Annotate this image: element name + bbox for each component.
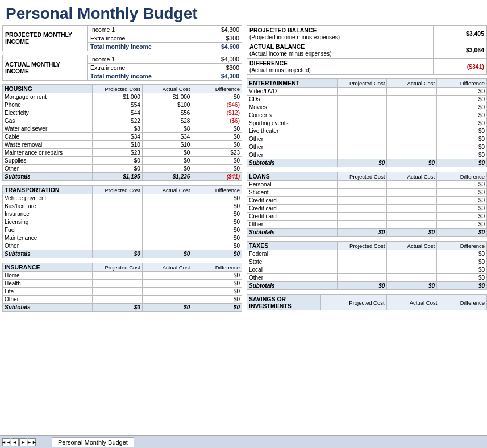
entertainment-section: ENTERTAINMENT Projected Cost Actual Cost… <box>247 78 487 167</box>
projected-col-header: Projected Cost <box>337 79 387 88</box>
income-row: Extra income $300 <box>88 64 242 72</box>
diff-col-header: Difference <box>192 263 242 272</box>
actual-col-header: Actual Cost <box>387 172 437 181</box>
insurance-table: INSURANCE Projected Cost Actual Cost Dif… <box>2 263 242 312</box>
item-label: Other <box>247 274 338 282</box>
item-label: Local <box>247 266 338 274</box>
item-label: Other <box>247 135 338 143</box>
item-label: Credit card <box>247 205 338 213</box>
item-label: Other <box>247 143 338 151</box>
nav-prev-button[interactable]: ◄ <box>11 438 19 446</box>
left-panel: PROJECTED MONTHLY INCOME Income 1 $4,300… <box>0 25 244 314</box>
entertainment-header: ENTERTAINMENT Projected Cost Actual Cost… <box>247 79 487 88</box>
income-row-value: $300 <box>202 64 242 72</box>
loans-table: LOANS Projected Cost Actual Cost Differe… <box>247 172 487 237</box>
table-row: Other$0$0$0 <box>3 165 242 173</box>
nav-first-button[interactable]: ◄◄ <box>2 438 10 446</box>
table-row: Local$0 <box>247 266 487 274</box>
table-row: Live theater$0 <box>247 127 487 135</box>
item-label: Video/DVD <box>247 88 338 96</box>
income-row: Extra income $300 <box>88 34 242 43</box>
housing-title: HOUSING <box>3 85 93 93</box>
sheet-tab[interactable]: Personal Monthly Budget <box>52 437 134 447</box>
item-label: Other <box>247 221 338 229</box>
transportation-header: TRANSPORTATION Projected Cost Actual Cos… <box>3 186 242 194</box>
actual-balance-value: $3,064 <box>434 42 487 59</box>
item-label: Waste removal <box>3 141 93 149</box>
projected-col-header: Projected Cost <box>93 186 143 194</box>
main-content: PROJECTED MONTHLY INCOME Income 1 $4,300… <box>0 25 487 314</box>
item-label: Movies <box>247 103 338 111</box>
table-row: Bus/taxi fare$0 <box>3 202 242 210</box>
table-row: Movies$0 <box>247 103 487 111</box>
table-row: CDs$0 <box>247 96 487 103</box>
taxes-header: TAXES Projected Cost Actual Cost Differe… <box>247 242 487 250</box>
income-row-name: Extra income <box>88 64 202 72</box>
page: Personal Monthly Budget PROJECTED MONTHL… <box>0 0 487 448</box>
item-label: Sporting events <box>247 119 338 127</box>
diff-col-header: Difference <box>192 85 242 93</box>
projected-balance-label: PROJECTED BALANCE (Projected income minu… <box>247 26 434 42</box>
transportation-title: TRANSPORTATION <box>3 186 93 194</box>
item-label: Water and sewer <box>3 125 93 133</box>
subtotal-label: Subtotals <box>3 173 93 181</box>
item-label: Licensing <box>3 218 93 226</box>
subtotal-row: Subtotals$0$0$0 <box>247 159 487 167</box>
table-row: Phone$54$100($46) <box>3 101 242 109</box>
table-row: Health$0 <box>3 280 242 288</box>
projected-income-label: PROJECTED MONTHLY INCOME <box>2 25 88 51</box>
housing-section: HOUSING Projected Cost Actual Cost Diffe… <box>2 84 242 181</box>
projected-col-header: Projected Cost <box>93 85 143 93</box>
item-label: Maintenance or repairs <box>3 149 93 157</box>
table-row: Other$0 <box>3 296 242 304</box>
nav-arrows: ◄◄ ◄ ► ►► <box>0 438 38 446</box>
table-row: State$0 <box>247 258 487 266</box>
item-label: Life <box>3 288 93 296</box>
difference-label: DIFFERENCE (Actual minus projected) <box>247 59 434 75</box>
table-row: Personal$0 <box>247 181 487 189</box>
balance-table: PROJECTED BALANCE (Projected income minu… <box>247 25 487 75</box>
subtotal-label: Subtotals <box>247 282 338 290</box>
income-row-value: $300 <box>202 34 242 43</box>
item-label: CDs <box>247 96 338 103</box>
actual-income-section: ACTUAL MONTHLY INCOME Income 1 $4,000 Ex… <box>2 55 242 81</box>
table-row: Other$0 <box>247 143 487 151</box>
table-row: Cable$34$34$0 <box>3 133 242 141</box>
item-label: Credit card <box>247 213 338 221</box>
actual-balance-row: ACTUAL BALANCE (Actual income minus expe… <box>247 42 487 59</box>
projected-col-header: Projected Cost <box>93 263 143 272</box>
difference-row: DIFFERENCE (Actual minus projected) ($34… <box>247 59 487 75</box>
table-row: Credit card$0 <box>247 205 487 213</box>
table-row: Other$0 <box>247 274 487 282</box>
item-label: Personal <box>247 181 338 189</box>
subtotal-label: Subtotals <box>247 159 338 167</box>
table-row: Video/DVD$0 <box>247 88 487 96</box>
item-label: Other <box>3 165 93 173</box>
projected-col-header: Projected Cost <box>321 295 387 310</box>
item-label: Health <box>3 280 93 288</box>
table-row: Vehicle payment$0 <box>3 194 242 202</box>
nav-next-button[interactable]: ► <box>19 438 27 446</box>
loans-title: LOANS <box>247 172 338 181</box>
actual-col-header: Actual Cost <box>386 295 439 310</box>
actual-balance-label: ACTUAL BALANCE (Actual income minus expe… <box>247 42 434 59</box>
table-row: Credit card$0 <box>247 197 487 205</box>
insurance-header: INSURANCE Projected Cost Actual Cost Dif… <box>3 263 242 272</box>
income-row-value: $4,000 <box>202 55 242 64</box>
item-label: Student <box>247 189 338 197</box>
table-row: Licensing$0 <box>3 218 242 226</box>
table-row: Electricity$44$56($12) <box>3 109 242 117</box>
item-label: Other <box>247 151 338 159</box>
income-total-row: Total monthly income $4,300 <box>88 72 242 81</box>
subtotal-row: Subtotals$1,195$1,236($41) <box>3 173 242 181</box>
projected-balance-value: $3,405 <box>434 26 487 42</box>
item-label: Maintenance <box>3 234 93 242</box>
page-title: Personal Monthly Budget <box>0 0 487 25</box>
subtotal-row: Subtotals$0$0$0 <box>3 304 242 312</box>
income-total-value: $4,300 <box>202 72 242 81</box>
nav-last-button[interactable]: ►► <box>28 438 36 446</box>
table-row: Other$0 <box>247 135 487 143</box>
income-row: Income 1 $4,300 <box>88 26 242 34</box>
item-label: Cable <box>3 133 93 141</box>
income-total-label: Total monthly income <box>88 43 202 51</box>
